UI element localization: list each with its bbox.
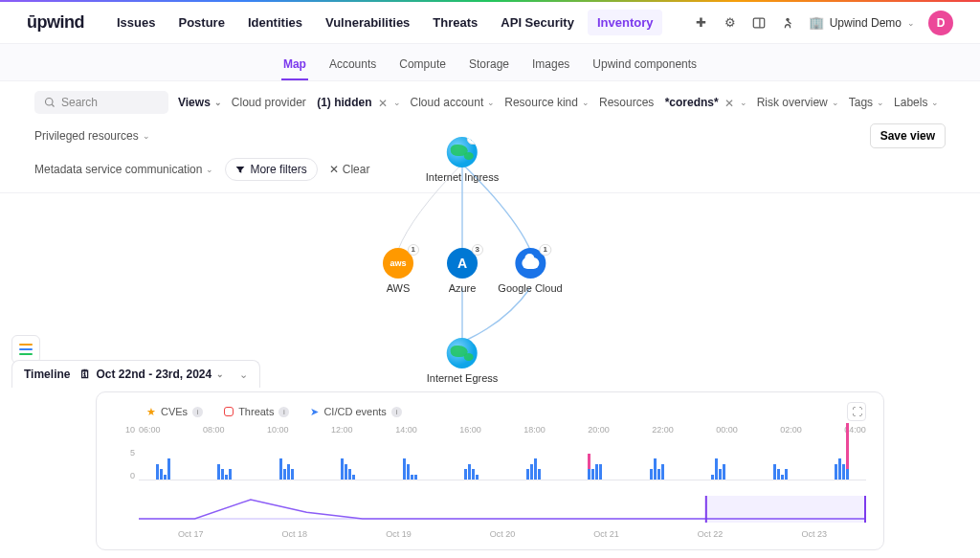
chart-bars — [139, 429, 866, 480]
resource-kind-filter[interactable]: Resource kind⌄ — [504, 96, 590, 109]
workspace-label: Upwind Demo — [830, 16, 902, 30]
subnav-storage[interactable]: Storage — [467, 54, 511, 80]
nav-issues[interactable]: Issues — [107, 10, 165, 35]
chevron-down-icon: ⌄ — [216, 369, 224, 379]
info-icon[interactable]: i — [391, 407, 402, 417]
expand-timeline-button[interactable]: ⛶ — [847, 402, 866, 421]
remove-cloud-provider-icon[interactable]: ✕ — [378, 97, 390, 108]
svg-rect-0 — [753, 18, 764, 28]
node-badge: 4 — [472, 338, 478, 346]
risk-overview-filter[interactable]: Risk overview⌄ — [757, 96, 839, 109]
chevron-down-icon: ⌄ — [907, 18, 915, 28]
sub-nav: MapAccountsComputeStorageImagesUpwind co… — [0, 44, 980, 80]
node-badge: 1 — [408, 244, 419, 256]
tags-filter[interactable]: Tags⌄ — [849, 96, 884, 109]
google-cloud-icon: 1 — [515, 248, 546, 279]
workspace-selector[interactable]: 🏢 Upwind Demo ⌄ — [809, 15, 915, 30]
hourly-bar-chart[interactable]: 1050 06:0008:0010:0012:0014:0016:0018:00… — [139, 425, 866, 490]
node-aws[interactable]: aws 1 AWS — [383, 248, 413, 294]
nav-threats[interactable]: Threats — [423, 10, 487, 35]
info-icon[interactable]: i — [192, 407, 203, 417]
activity-icon[interactable] — [780, 15, 795, 31]
nav-api-security[interactable]: API Security — [491, 10, 584, 35]
timeline-title: Timeline — [24, 368, 70, 381]
calendar-icon: 🗓 — [79, 368, 91, 381]
subnav-compute[interactable]: Compute — [397, 54, 448, 80]
svg-point-4 — [46, 99, 54, 106]
aws-icon: aws 1 — [383, 248, 413, 279]
star-icon: ★ — [146, 406, 156, 418]
building-icon: 🏢 — [809, 15, 824, 30]
node-azure[interactable]: A 3 Azure — [447, 248, 478, 294]
search-placeholder: Search — [61, 96, 98, 109]
settings-icon[interactable]: ⚙ — [723, 15, 738, 31]
azure-icon: A 3 — [447, 248, 478, 279]
node-google-cloud[interactable]: 1 Google Cloud — [498, 248, 562, 294]
search-input[interactable]: Search — [34, 91, 168, 114]
main-nav: IssuesPostureIdentitiesVulnerabilitiesTh… — [107, 10, 662, 35]
legend-threats[interactable]: Threats i — [224, 406, 289, 417]
avatar[interactable]: D — [928, 11, 953, 35]
panel-icon[interactable] — [751, 15, 767, 31]
legend-cves[interactable]: ★ CVEs i — [146, 406, 203, 418]
svg-point-2 — [786, 17, 790, 21]
nav-inventory[interactable]: Inventory — [588, 10, 663, 35]
labels-filter[interactable]: Labels⌄ — [894, 96, 939, 109]
date-range-picker[interactable]: 🗓 Oct 22nd - 23rd, 2024 ⌄ — [79, 368, 224, 381]
collapse-timeline-icon[interactable]: ⌄ — [239, 368, 248, 381]
info-icon[interactable]: i — [278, 407, 289, 417]
subnav-accounts[interactable]: Accounts — [327, 54, 378, 80]
legend-cicd[interactable]: ➤ CI/CD events i — [310, 406, 401, 418]
node-badge: 1 — [540, 244, 551, 256]
cloud-account-filter[interactable]: Cloud account⌄ — [411, 96, 496, 109]
timeline-header: Timeline 🗓 Oct 22nd - 23rd, 2024 ⌄ ⌄ — [11, 360, 260, 388]
node-internet-egress[interactable]: 4 Internet Egress — [427, 338, 499, 384]
x-axis-days: Oct 17Oct 18Oct 19Oct 20Oct 21Oct 22Oct … — [139, 529, 866, 539]
subnav-map[interactable]: Map — [281, 54, 308, 80]
node-badge: 12 — [467, 137, 478, 145]
logo[interactable]: pwind — [27, 12, 84, 33]
node-internet-ingress[interactable]: 12 Internet Ingress — [426, 137, 499, 183]
globe-icon: 4 — [447, 338, 478, 368]
nav-posture[interactable]: Posture — [168, 10, 234, 35]
timeline-legend: ★ CVEs i Threats i ➤ CI/CD events i ⛶ — [146, 402, 866, 421]
daily-line-chart[interactable]: Oct 17Oct 18Oct 19Oct 20Oct 21Oct 22Oct … — [139, 496, 866, 536]
subnav-images[interactable]: Images — [530, 54, 571, 80]
line-svg — [139, 496, 866, 523]
nav-vulnerabilities[interactable]: Vulnerabilities — [316, 10, 419, 35]
shield-icon — [224, 407, 234, 416]
resources-filter[interactable]: Resources *coredns* ✕ ⌄ — [599, 96, 747, 109]
cloud-provider-filter[interactable]: Cloud provider (1) hidden ✕ ⌄ — [232, 96, 401, 109]
y-axis: 1050 — [120, 425, 135, 480]
search-icon — [44, 97, 56, 108]
timeline-panel: ★ CVEs i Threats i ➤ CI/CD events i ⛶ 10… — [96, 391, 884, 550]
globe-icon: 12 — [447, 137, 478, 167]
svg-line-3 — [788, 21, 791, 24]
send-icon: ➤ — [310, 406, 319, 418]
add-icon[interactable]: ✚ — [694, 15, 709, 31]
remove-resources-icon[interactable]: ✕ — [724, 97, 736, 108]
nav-identities[interactable]: Identities — [238, 10, 312, 35]
node-badge: 3 — [472, 244, 483, 256]
svg-line-5 — [52, 104, 54, 106]
subnav-upwind-components[interactable]: Upwind components — [590, 54, 699, 80]
views-filter[interactable]: Views⌄ — [178, 96, 222, 109]
